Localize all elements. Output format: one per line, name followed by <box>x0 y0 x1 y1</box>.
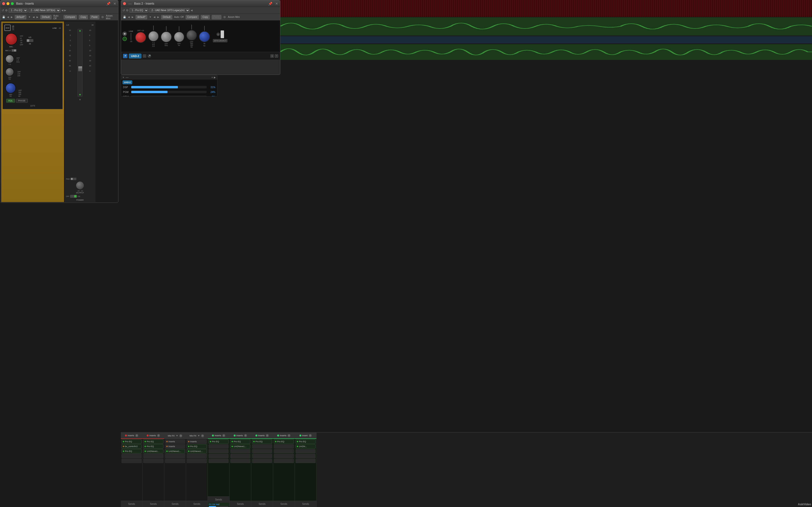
eq-status-row: φ <box>216 31 224 38</box>
preset-dropdown-left[interactable]: ▼ <box>28 16 31 18</box>
dollar-icon[interactable]: $ <box>270 54 274 58</box>
hpf-section: 7-2 4-8 3-6 <box>148 25 159 47</box>
next-preset-right[interactable]: ▶ <box>132 16 134 18</box>
next-plugin-left[interactable]: ▶ <box>64 9 66 12</box>
fader-channel <box>78 29 83 97</box>
close-btn-right[interactable] <box>123 2 126 5</box>
right-plugin-window: — Bass 2 - Inserts 📌 ✕ ↺ ⚙ 1 - Pro EQ 2 … <box>121 0 280 75</box>
save-icon-right[interactable]: 💾 <box>123 16 126 18</box>
compare-btn-left[interactable]: Compare <box>63 15 77 19</box>
preset-prev2-left[interactable]: ◀ <box>33 16 35 18</box>
uad-meter-window: × — ≡ ▶ UAD-2 DSP 31% PGM 24% MEM 0% <box>121 75 217 97</box>
output-knob[interactable] <box>75 181 84 190</box>
lo-hi-toggle[interactable] <box>27 39 33 42</box>
camera-icon[interactable]: □ <box>143 54 146 58</box>
output-section-right: 50 Hz <box>199 26 210 47</box>
plugin-name-right[interactable]: 2 - UAD Neve 1073 Legacy(m) <box>149 8 190 12</box>
prev-plugin-left[interactable]: ◀ <box>61 9 63 12</box>
pin-icon-left[interactable]: 📌 <box>106 2 110 6</box>
hz-low-knob[interactable] <box>5 83 16 94</box>
hpf-knob[interactable] <box>148 31 159 42</box>
plugin-select-1-right[interactable]: 1 - Pro EQ <box>130 8 148 12</box>
prev-preset-left[interactable]: ◀ <box>7 16 9 18</box>
power-toggle[interactable] <box>70 195 77 198</box>
save-icon-left[interactable]: 💾 <box>2 16 5 18</box>
fader-track: 0 <box>72 27 88 177</box>
prev-plugin-right[interactable]: ◀ <box>191 9 193 12</box>
help-icon[interactable]: ? <box>275 54 278 58</box>
uad-meter-minimize[interactable]: — <box>126 76 129 79</box>
refresh-icon-right[interactable]: ↺ <box>122 9 125 12</box>
teal-track <box>280 36 406 44</box>
uad-meter-expand[interactable]: ▶ <box>214 76 216 79</box>
maximize-btn-left[interactable] <box>11 2 14 5</box>
pink-waveform-vis <box>280 0 406 17</box>
plugin-select-1-left[interactable]: 1 - Pro EQ <box>9 8 28 12</box>
himid-knob[interactable] <box>161 32 172 43</box>
mic-knob[interactable] <box>5 33 17 45</box>
output-freq12: 50 <box>203 43 205 44</box>
paste-btn-right[interactable]: Paste <box>212 15 221 19</box>
phase-button[interactable]: PHASE <box>16 99 28 103</box>
preset-next2-right[interactable]: ▶ <box>157 16 159 18</box>
output-hz3: Hz <box>203 45 206 47</box>
preset-right-left[interactable]: Default <box>40 15 51 19</box>
eq-knob-hz1[interactable] <box>5 55 14 63</box>
preset-prev2-right[interactable]: ◀ <box>153 16 155 18</box>
gear-icon-right[interactable]: ⚙ <box>126 9 129 12</box>
copy-btn-right[interactable]: Copy <box>201 15 210 19</box>
compare-btn-right[interactable]: Compare <box>186 15 199 19</box>
preset-next2-left[interactable]: ▶ <box>37 16 39 18</box>
input-gain-knob[interactable] <box>135 32 146 43</box>
off-label-eq3: OFF <box>18 90 22 91</box>
plugin-name-left[interactable]: 2 - UAD Neve 1073(m) <box>29 8 60 12</box>
pin-icon-right[interactable]: 📌 <box>268 2 272 6</box>
refresh-icon-left[interactable]: ↺ <box>2 9 4 12</box>
output-db1: -24 <box>77 190 80 192</box>
uad-meter-menu[interactable]: ≡ <box>211 76 213 79</box>
wave-btn-right[interactable] <box>122 37 127 41</box>
settings-icon-left[interactable]: ⚙ <box>101 15 104 19</box>
fader-bottom-indicator <box>79 94 81 95</box>
pad-toggle[interactable] <box>70 178 77 180</box>
preset-name-right[interactable]: default* <box>136 15 147 19</box>
settings-icon-right[interactable]: ⚙ <box>223 15 226 19</box>
hi-label: HI <box>29 43 31 45</box>
uad-meter-titlebar: × — ≡ ▶ <box>121 75 217 80</box>
minimize-btn-right[interactable]: — <box>128 2 132 6</box>
minus20-right: -20 <box>130 41 132 42</box>
power-label-row: POWER <box>66 198 94 201</box>
neve-model-label-row: 1073 <box>4 104 61 107</box>
lomid-knob[interactable] <box>174 32 185 42</box>
output-fader-right[interactable] <box>221 31 224 38</box>
next-preset-left[interactable]: ▶ <box>11 16 13 18</box>
close-x-right[interactable]: ✕ <box>275 2 278 6</box>
paste-btn-left[interactable]: Paste <box>90 15 100 19</box>
output-knob-right[interactable] <box>199 31 210 42</box>
preset-name-left[interactable]: default* <box>15 15 27 19</box>
eq-knob-row-2: 220 Hz OFF 110 220 <box>4 67 61 80</box>
eql-button[interactable]: EQL <box>6 99 15 103</box>
uad-meter-close[interactable]: × <box>122 76 124 79</box>
close-btn-left[interactable] <box>2 2 5 5</box>
phase-btn-right[interactable]: φ <box>216 33 220 36</box>
minimize-btn-left[interactable] <box>6 2 9 5</box>
preset-right-right[interactable]: Default <box>161 15 172 19</box>
hz1-label: 7-2 <box>8 63 11 65</box>
lo-label: LO <box>29 36 32 38</box>
uad2-power-btn[interactable]: ↺ <box>123 54 128 58</box>
mic-icon[interactable]: 🎤 <box>148 54 151 58</box>
gear-icon-left[interactable]: ⚙ <box>5 9 8 12</box>
eq-knob-hz2[interactable] <box>5 68 14 76</box>
copy-btn-left[interactable]: Copy <box>79 15 88 19</box>
low-knob[interactable] <box>186 30 197 41</box>
fader-thumb[interactable] <box>78 66 83 71</box>
preset-dropdown-right[interactable]: ▼ <box>149 16 152 18</box>
power-btn-right[interactable] <box>122 32 127 36</box>
mic-z-toggle[interactable] <box>12 49 16 52</box>
fader-lo-label: LO <box>66 24 69 26</box>
fader-hi-label: HI <box>92 24 94 26</box>
daw-right-area <box>280 0 406 253</box>
prev-preset-right[interactable]: ◀ <box>128 16 130 18</box>
close-x-left[interactable]: ✕ <box>113 2 116 6</box>
